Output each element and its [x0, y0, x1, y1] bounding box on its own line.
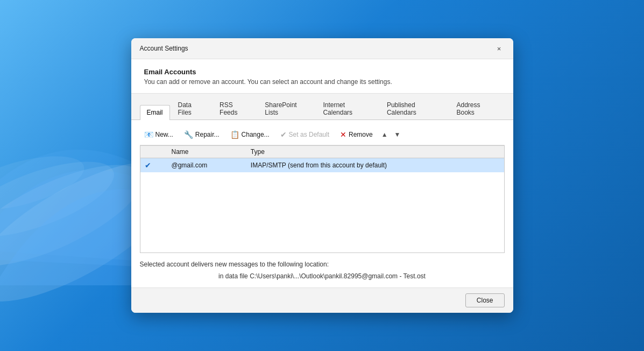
- tab-internet-calendars[interactable]: Internet Calendars: [316, 97, 379, 120]
- repair-button[interactable]: 🔧 Repair...: [180, 129, 224, 141]
- title-bar: Account Settings ×: [131, 38, 513, 59]
- change-button-label: Change...: [242, 131, 270, 138]
- row-account-type: IMAP/SMTP (send from this account by def…: [246, 158, 504, 173]
- tab-bar: Email Data Files RSS Feeds SharePoint Li…: [131, 94, 513, 120]
- repair-icon: 🔧: [184, 130, 193, 139]
- tab-rss-feeds[interactable]: RSS Feeds: [213, 97, 257, 120]
- checkmark-icon: ✔: [145, 161, 151, 170]
- remove-icon: ✕: [340, 130, 346, 139]
- col-icon-header: [140, 146, 167, 158]
- set-default-button[interactable]: ✔ Set as Default: [276, 129, 334, 141]
- new-button-label: New...: [155, 131, 173, 138]
- dialog-title: Account Settings: [140, 45, 188, 52]
- row-check-icon: ✔: [140, 158, 167, 173]
- deliver-path: in data file C:\Users\panki\...\Outlook\…: [140, 272, 505, 280]
- set-default-label: Set as Default: [289, 131, 329, 138]
- table-row[interactable]: ✔@gmail.comIMAP/SMTP (send from this acc…: [140, 158, 504, 173]
- tab-published-calendars[interactable]: Published Calendars: [380, 97, 449, 120]
- svg-point-3: [0, 145, 89, 220]
- header-description: You can add or remove an account. You ca…: [144, 78, 500, 86]
- dialog-footer: Close: [131, 287, 513, 313]
- move-up-button[interactable]: ▲: [379, 130, 390, 139]
- deliver-label: Selected account delivers new messages t…: [140, 261, 505, 268]
- svg-point-2: [0, 146, 123, 252]
- remove-button[interactable]: ✕ Remove: [336, 129, 377, 141]
- tab-email[interactable]: Email: [140, 105, 170, 120]
- account-settings-dialog: Account Settings × Email Accounts You ca…: [131, 38, 513, 313]
- accounts-table: Name Type ✔@gmail.comIMAP/SMTP (send fro…: [140, 146, 504, 172]
- close-dialog-button[interactable]: Close: [465, 293, 505, 307]
- deliver-section: Selected account delivers new messages t…: [140, 253, 505, 282]
- change-icon: 📋: [230, 130, 239, 139]
- row-account-name: @gmail.com: [167, 158, 246, 173]
- change-button[interactable]: 📋 Change...: [226, 129, 274, 141]
- accounts-table-wrapper: Name Type ✔@gmail.comIMAP/SMTP (send fro…: [140, 145, 505, 253]
- set-default-icon: ✔: [280, 130, 287, 139]
- new-icon: 📧: [144, 130, 153, 139]
- content-area: 📧 New... 🔧 Repair... 📋 Change... ✔ Set a…: [131, 120, 513, 287]
- tab-data-files[interactable]: Data Files: [171, 97, 212, 120]
- remove-button-label: Remove: [349, 131, 373, 138]
- move-down-button[interactable]: ▼: [392, 130, 403, 139]
- accounts-toolbar: 📧 New... 🔧 Repair... 📋 Change... ✔ Set a…: [140, 125, 505, 145]
- new-button[interactable]: 📧 New...: [140, 129, 178, 141]
- tab-sharepoint-lists[interactable]: SharePoint Lists: [258, 97, 315, 120]
- header-title: Email Accounts: [144, 68, 500, 76]
- col-type-header: Type: [246, 146, 504, 158]
- tab-address-books[interactable]: Address Books: [449, 97, 503, 120]
- col-name-header: Name: [167, 146, 246, 158]
- title-bar-close-button[interactable]: ×: [492, 43, 507, 54]
- repair-button-label: Repair...: [195, 131, 220, 138]
- header-section: Email Accounts You can add or remove an …: [131, 59, 513, 94]
